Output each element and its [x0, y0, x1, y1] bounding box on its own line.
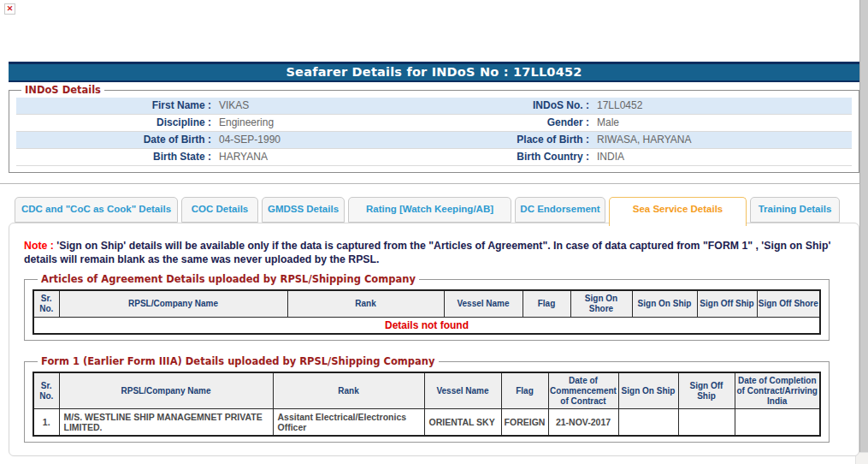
empty-message-row: Details not found — [33, 318, 820, 335]
section-divider — [0, 183, 861, 184]
vertical-scrollbar[interactable] — [859, 0, 868, 452]
column-header-sr-no: Sr. No. — [33, 290, 59, 317]
indos-row: First Name : VIKAS INDoS No. : 17LL0452 — [16, 98, 852, 115]
table-row: 1. M/S. WESTLINE SHIP MANAGEMNET PRIVATE… — [33, 409, 820, 437]
top-whitespace — [0, 0, 868, 62]
column-header-flag: Flag — [523, 290, 570, 317]
tab-dc-endorsement[interactable]: DC Endorsement — [515, 197, 605, 223]
column-header-company: RPSL/Company Name — [59, 372, 273, 409]
field-label: Birth Country : — [468, 149, 589, 165]
table-header-row: Sr. No. RPSL/Company Name Rank Vessel Na… — [33, 290, 820, 317]
articles-of-agreement-fieldset: Articles of Agreement Details uploaded b… — [24, 273, 830, 341]
cell-flag: FOREIGN — [501, 409, 548, 437]
field-value: RIWASA, HARYANA — [589, 132, 852, 148]
tab-rating-watch-keeping-ab[interactable]: Rating [Watch Keeping/AB] — [348, 197, 511, 223]
form1-table: Sr. No. RPSL/Company Name Rank Vessel Na… — [32, 372, 821, 437]
indos-row: Date of Birth : 04-SEP-1990 Place of Bir… — [16, 132, 852, 149]
field-label: Gender : — [468, 115, 589, 131]
field-value: HARYANA — [211, 149, 468, 165]
field-value: 04-SEP-1990 — [211, 132, 468, 148]
empty-message: Details not found — [33, 318, 820, 335]
cell-company: M/S. WESTLINE SHIP MANAGEMNET PRIVATE LI… — [59, 409, 273, 437]
cell-completion-date — [735, 409, 820, 437]
column-header-commencement-date: Date of Commencement of Contract — [548, 372, 618, 409]
articles-table: Sr. No. RPSL/Company Name Rank Vessel Na… — [32, 289, 821, 335]
column-header-sign-on-ship: Sign On Ship — [632, 290, 697, 317]
articles-of-agreement-legend: Articles of Agreement Details uploaded b… — [38, 273, 419, 285]
page-title: Seafarer Details for INDoS No : 17LL0452 — [9, 62, 859, 82]
form1-legend: Form 1 (Earlier Form IIIA) Details uploa… — [38, 355, 439, 367]
indos-details-fieldset: INDoS Details First Name : VIKAS INDoS N… — [9, 84, 859, 173]
indos-details-legend: INDoS Details — [21, 84, 104, 96]
field-label: INDoS No. : — [468, 98, 589, 114]
field-label: Place of Birth : — [468, 132, 589, 148]
broken-image-icon: ✕ — [4, 3, 15, 15]
tab-training-details[interactable]: Training Details — [750, 197, 840, 223]
note-prefix: Note : — [24, 240, 54, 252]
field-value: 17LL0452 — [589, 98, 852, 114]
tab-coc-details[interactable]: COC Details — [181, 197, 258, 223]
column-header-completion-date: Date of Completion of Contract/Arriving … — [735, 372, 820, 409]
field-value: INDIA — [589, 149, 852, 165]
cell-vessel: ORIENTAL SKY — [424, 409, 501, 437]
page-content: Seafarer Details for INDoS No : 17LL0452… — [9, 62, 859, 456]
cell-rank: Assitant Electrical/Electronics Officer — [273, 409, 424, 437]
column-header-flag: Flag — [501, 372, 548, 409]
field-label: Date of Birth : — [16, 132, 211, 148]
column-header-company: RPSL/Company Name — [59, 290, 287, 317]
field-label: Birth State : — [16, 149, 211, 165]
cell-commencement-date: 21-NOV-2017 — [548, 409, 618, 437]
form1-fieldset: Form 1 (Earlier Form IIIA) Details uploa… — [24, 355, 830, 443]
tab-sea-service-details[interactable]: Sea Service Details — [609, 197, 747, 226]
field-label: Discipline : — [16, 115, 211, 131]
cell-sr-no: 1. — [33, 409, 59, 437]
field-value: Engineering — [211, 115, 468, 131]
column-header-rank: Rank — [273, 372, 424, 409]
column-header-sign-off-ship: Sign Off Ship — [678, 372, 735, 409]
field-label: First Name : — [16, 98, 211, 114]
tab-bar: CDC and "CoC as Cook" Details COC Detail… — [15, 197, 859, 223]
column-header-vessel: Vessel Name — [424, 372, 501, 409]
tab-gmdss-details[interactable]: GMDSS Details — [262, 197, 345, 223]
cell-sign-off-ship — [678, 409, 735, 437]
column-header-sr-no: Sr. No. — [33, 372, 59, 409]
tab-cdc-coc-as-cook-details[interactable]: CDC and "CoC as Cook" Details — [15, 197, 178, 223]
tab-content-panel: Note : 'Sign on Ship' details will be av… — [9, 223, 859, 456]
column-header-sign-off-ship: Sign Off Ship — [697, 290, 757, 317]
field-value: Male — [589, 115, 852, 131]
column-header-sign-off-shore: Sign Off Shore — [757, 290, 820, 317]
note-body: 'Sign on Ship' details will be available… — [24, 240, 830, 265]
note-text: Note : 'Sign on Ship' details will be av… — [24, 240, 844, 266]
column-header-rank: Rank — [287, 290, 444, 317]
field-value: VIKAS — [211, 98, 468, 114]
table-header-row: Sr. No. RPSL/Company Name Rank Vessel Na… — [33, 372, 820, 409]
indos-row: Birth State : HARYANA Birth Country : IN… — [16, 149, 852, 166]
cell-sign-on-ship — [618, 409, 678, 437]
column-header-vessel: Vessel Name — [444, 290, 523, 317]
column-header-sign-on-shore: Sign On Shore — [570, 290, 632, 317]
indos-row: Discipline : Engineering Gender : Male — [16, 115, 852, 132]
column-header-sign-on-ship: Sign On Ship — [618, 372, 678, 409]
